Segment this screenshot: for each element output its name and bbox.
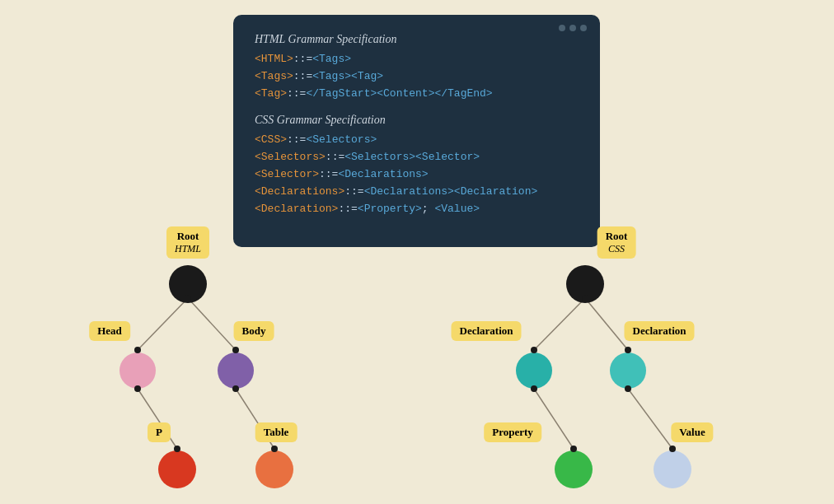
css-value-circle [654, 450, 691, 488]
window-controls [559, 25, 587, 31]
css-declaration-right-circle [610, 352, 646, 389]
css-grammar-title: CSS Grammar Specification [255, 114, 579, 127]
window-dot-1 [559, 25, 565, 31]
css-declaration-right-label: Declaration [625, 321, 695, 341]
css-line-5: <Declaration>::=<Property>; <Value> [255, 201, 579, 218]
css-grammar-section: CSS Grammar Specification <CSS>::=<Selec… [255, 114, 579, 217]
html-table-label: Table [255, 422, 298, 442]
css-line-3: <Selector>::=<Declarations> [255, 166, 579, 184]
window-dot-2 [569, 25, 576, 31]
svg-line-5 [585, 298, 628, 350]
html-root-label: Root HTML [166, 226, 209, 259]
svg-line-4 [534, 298, 585, 350]
css-property-label: Property [484, 422, 541, 442]
html-p-circle [158, 450, 196, 488]
code-panel: HTML Grammar Specification <HTML>::=<Tag… [233, 15, 600, 247]
html-table-circle [255, 450, 293, 488]
css-root-label: Root CSS [597, 226, 636, 259]
css-value-label: Value [671, 422, 713, 442]
css-root-circle [566, 265, 604, 303]
css-declaration-left-label: Declaration [452, 321, 522, 341]
css-line-1: <CSS>::=<Selectors> [255, 132, 579, 149]
html-grammar-title: HTML Grammar Specification [255, 33, 579, 46]
css-declaration-left-circle [516, 352, 552, 389]
html-line-1: <HTML>::=<Tags> [255, 51, 579, 68]
css-property-circle [555, 450, 593, 488]
svg-line-7 [628, 389, 672, 449]
html-p-label: P [148, 422, 171, 442]
html-body-circle [218, 352, 254, 389]
css-line-2: <Selectors>::=<Selectors><Selector> [255, 149, 579, 166]
html-body-label: Body [234, 321, 274, 341]
window-dot-3 [580, 25, 587, 31]
css-line-4: <Declarations>::=<Declarations><Declarat… [255, 184, 579, 201]
svg-line-1 [188, 298, 236, 350]
html-head-circle [119, 352, 156, 389]
html-root-circle [169, 265, 207, 303]
html-line-3: <Tag>::=</TagStart><Content></TagEnd> [255, 86, 579, 103]
html-head-label: Head [89, 321, 130, 341]
svg-line-0 [138, 298, 188, 350]
html-line-2: <Tags>::=<Tags><Tag> [255, 68, 579, 86]
html-grammar-section: HTML Grammar Specification <HTML>::=<Tag… [255, 33, 579, 102]
